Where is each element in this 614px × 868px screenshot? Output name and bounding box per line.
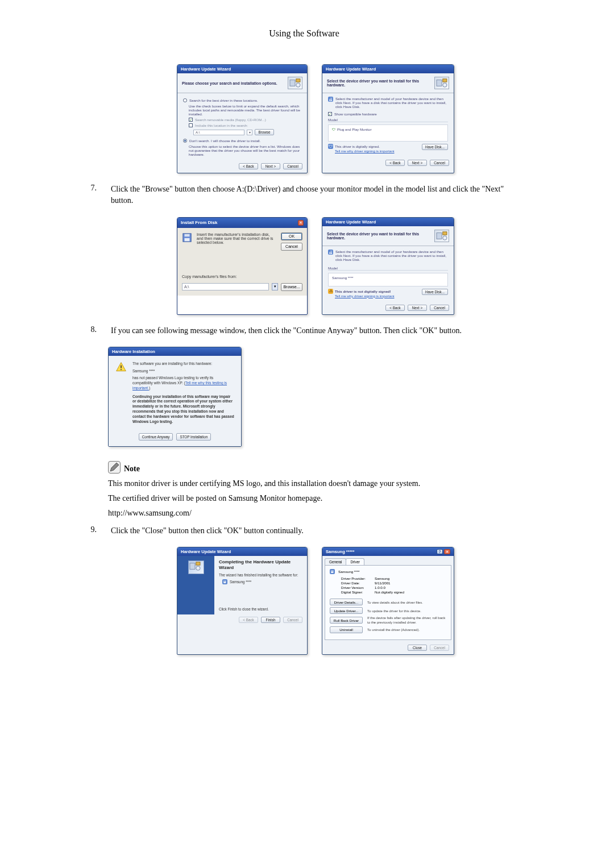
browse-button[interactable]: Browse... <box>281 283 302 291</box>
cancel-button: Cancel <box>283 617 302 623</box>
have-disk-button[interactable]: Have Disk... <box>422 144 448 150</box>
copy-path-input[interactable]: A:\ <box>182 283 269 290</box>
checkbox-removable-media-label: Search removable media (floppy, CD-ROM..… <box>195 118 266 122</box>
title-bar: Hardware Update Wizard <box>177 65 307 73</box>
device-name: Samsung **** <box>338 570 360 574</box>
svg-point-5 <box>443 83 447 87</box>
roll-back-driver-button[interactable]: Roll Back Driver <box>330 617 363 624</box>
svg-point-16 <box>196 566 200 570</box>
note-url: http://www.samsung.com/ <box>108 508 523 519</box>
wizard-side-banner <box>177 556 214 614</box>
dont-search-description: Choose this option to select the device … <box>189 144 301 156</box>
select-driver-subtext: Select the manufacturer and model of you… <box>335 250 448 261</box>
driver-not-signed-text: This driver is not digitally signed! <box>335 289 391 293</box>
dialog-title: Hardware Update Wizard <box>326 219 376 225</box>
warning-icon: ⚠ <box>328 289 333 294</box>
tell-me-why-link[interactable]: Tell me why driver signing is important <box>335 149 395 153</box>
back-button[interactable]: < Back <box>385 160 405 166</box>
close-icon[interactable]: × <box>298 220 304 226</box>
update-driver-desc: To update the driver for this device. <box>367 609 421 613</box>
svg-rect-7 <box>185 234 190 236</box>
warning-icon <box>115 362 127 373</box>
radio-dont-search-label: Don't search. I will choose the driver t… <box>189 139 260 143</box>
model-item[interactable]: Plug and Play Monitor <box>337 127 372 131</box>
back-button[interactable]: < Back <box>239 163 258 169</box>
document-page: Using the Software Hardware Update Wizar… <box>0 0 614 699</box>
driver-date-value: 9/11/2001 <box>375 581 391 585</box>
driver-properties-dialog: Samsung ***** ? × General Driver 🖥 Samsu… <box>322 547 454 654</box>
warn-bold-text: Continuing your installation of this sof… <box>132 394 234 425</box>
svg-rect-12 <box>121 366 122 368</box>
dialog-header: Select the device driver you want to ins… <box>322 226 454 246</box>
checkbox-removable-media[interactable] <box>189 118 193 122</box>
update-driver-button[interactable]: Update Driver... <box>330 607 363 614</box>
radio-dont-search[interactable] <box>183 139 187 143</box>
title-bar: Hardware Update Wizard <box>322 218 454 226</box>
svg-rect-8 <box>185 238 190 240</box>
search-best-description: Use the check boxes below to limit or ex… <box>189 104 301 116</box>
browse-button[interactable]: Browse <box>255 129 274 135</box>
model-heading: Model <box>328 118 448 122</box>
driver-details-desc: To view details about the driver files. <box>367 600 423 605</box>
driver-version-value: 1.0.0.0 <box>375 585 385 589</box>
checkbox-show-compatible[interactable] <box>328 112 332 116</box>
dialog-title: Install From Disk <box>181 220 217 225</box>
cancel-button[interactable]: Cancel <box>430 160 449 166</box>
note-paragraph-1: This monitor driver is under certifying … <box>108 478 523 489</box>
header-text: Select the device driver you want to ins… <box>327 79 434 87</box>
continue-anyway-button[interactable]: Continue Anyway <box>139 433 173 441</box>
radio-search-best[interactable] <box>183 98 187 102</box>
next-button[interactable]: Next > <box>408 160 427 166</box>
location-dropdown-icon[interactable]: ▾ <box>247 130 252 135</box>
figure-row-3: Hardware Installation The software you a… <box>108 347 523 447</box>
page-title: Using the Software <box>85 28 523 39</box>
wizard-icon <box>434 230 449 242</box>
title-bar: Install From Disk × <box>177 218 307 228</box>
svg-rect-15 <box>196 562 200 565</box>
svg-rect-3 <box>437 80 442 86</box>
dialog-title: Hardware Update Wizard <box>181 67 231 72</box>
tab-general[interactable]: General <box>325 558 346 565</box>
cancel-button[interactable]: Cancel <box>283 163 302 169</box>
next-button[interactable]: Next > <box>408 305 427 311</box>
figure-row-1: Hardware Update Wizard Please choose you… <box>108 64 523 173</box>
checkbox-show-compatible-label: Show compatible hardware <box>334 112 377 116</box>
stop-installation-button[interactable]: STOP Installation <box>176 433 211 441</box>
uninstall-button[interactable]: Uninstall <box>330 626 363 633</box>
tell-me-why-link[interactable]: Tell me why driver signing is important <box>335 294 395 298</box>
step-number: 8. <box>85 325 97 337</box>
driver-provider-label: Driver Provider: <box>341 576 372 580</box>
hardware-update-wizard-select-samsung-dialog: Hardware Update Wizard Select the device… <box>322 217 454 315</box>
install-from-disk-message: Insert the manufacturer's installation d… <box>197 232 276 251</box>
svg-rect-1 <box>296 79 300 82</box>
roll-back-driver-desc: If the device fails after updating the d… <box>367 616 446 624</box>
wizard-icon <box>288 77 302 89</box>
tab-driver[interactable]: Driver <box>346 558 364 565</box>
svg-rect-4 <box>443 79 447 82</box>
model-item[interactable]: Samsung **** <box>332 276 444 280</box>
copy-path-dropdown-icon[interactable]: ▾ <box>272 283 278 290</box>
next-button[interactable]: Next > <box>261 163 280 169</box>
step-9: 9. Click the "Close" button then click "… <box>85 525 523 537</box>
signed-driver-icon: 🛡 <box>332 127 335 131</box>
cancel-button: Cancel <box>430 645 449 651</box>
cancel-button[interactable]: Cancel <box>430 305 449 311</box>
cancel-button[interactable]: Cancel <box>281 243 302 251</box>
close-icon[interactable]: × <box>444 549 450 554</box>
svg-rect-0 <box>290 80 295 86</box>
have-disk-button[interactable]: Have Disk... <box>422 289 448 295</box>
help-icon[interactable]: ? <box>437 549 443 554</box>
close-button[interactable]: Close <box>408 645 427 651</box>
driver-date-label: Driver Date: <box>341 581 372 585</box>
back-button[interactable]: < Back <box>385 305 405 311</box>
info-icon: 🖨 <box>328 97 333 102</box>
back-button: < Back <box>239 617 258 623</box>
svg-point-2 <box>296 83 300 87</box>
finish-button[interactable]: Finish <box>261 617 280 623</box>
svg-rect-13 <box>121 369 122 370</box>
step-8: 8. If you can see following message wind… <box>85 325 523 337</box>
driver-details-button[interactable]: Driver Details... <box>330 599 363 605</box>
location-path-input[interactable]: A:\ <box>193 130 244 135</box>
checkbox-include-location[interactable] <box>189 123 193 127</box>
ok-button[interactable]: OK <box>281 232 302 240</box>
